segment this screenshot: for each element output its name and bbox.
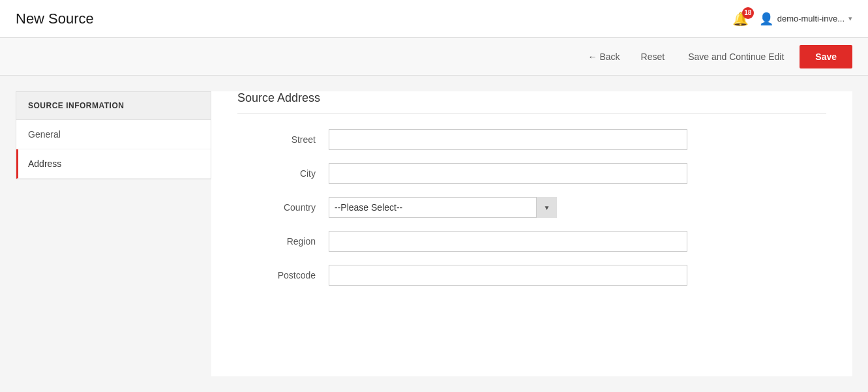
street-input[interactable] xyxy=(329,129,687,150)
street-row: Street xyxy=(237,129,826,150)
region-input[interactable] xyxy=(329,231,687,252)
back-label: Back xyxy=(599,52,620,62)
back-arrow-icon: ← xyxy=(588,52,597,62)
sidebar: SOURCE INFORMATION General Address xyxy=(16,91,211,179)
postcode-label: Postcode xyxy=(237,270,329,280)
region-row: Region xyxy=(237,231,826,252)
user-name: demo-multi-inve... xyxy=(777,14,845,23)
notification-bell[interactable]: 🔔 18 xyxy=(732,11,749,27)
sidebar-item-label: Address xyxy=(28,158,61,169)
chevron-down-icon: ▾ xyxy=(848,14,852,23)
save-button[interactable]: Save xyxy=(800,45,852,68)
main-content: SOURCE INFORMATION General Address Sourc… xyxy=(0,76,868,392)
country-select[interactable]: --Please Select-- xyxy=(329,197,557,218)
country-select-wrapper: --Please Select-- xyxy=(329,197,557,218)
content-area: Source Address Street City Country --Ple… xyxy=(211,91,852,376)
page-title: New Source xyxy=(16,10,94,27)
country-label: Country xyxy=(237,202,329,213)
postcode-input[interactable] xyxy=(329,265,687,286)
back-button[interactable]: ← Back xyxy=(580,46,627,67)
notification-badge: 18 xyxy=(742,7,754,19)
city-row: City xyxy=(237,163,826,184)
region-label: Region xyxy=(237,236,329,247)
user-icon: 👤 xyxy=(759,12,773,26)
section-title: Source Address xyxy=(237,91,826,113)
sidebar-heading: SOURCE INFORMATION xyxy=(16,92,211,120)
reset-button[interactable]: Reset xyxy=(633,46,673,67)
save-continue-button[interactable]: Save and Continue Edit xyxy=(678,46,794,67)
toolbar: ← Back Reset Save and Continue Edit Save xyxy=(0,38,868,76)
city-label: City xyxy=(237,168,329,179)
sidebar-item-general[interactable]: General xyxy=(16,120,211,149)
street-label: Street xyxy=(237,134,329,145)
city-input[interactable] xyxy=(329,163,687,184)
sidebar-item-address[interactable]: Address xyxy=(16,149,211,179)
header-right: 🔔 18 👤 demo-multi-inve... ▾ xyxy=(732,11,852,27)
top-header: New Source 🔔 18 👤 demo-multi-inve... ▾ xyxy=(0,0,868,38)
user-menu[interactable]: 👤 demo-multi-inve... ▾ xyxy=(759,12,852,26)
sidebar-item-label: General xyxy=(28,129,61,140)
postcode-row: Postcode xyxy=(237,265,826,286)
country-row: Country --Please Select-- xyxy=(237,197,826,218)
